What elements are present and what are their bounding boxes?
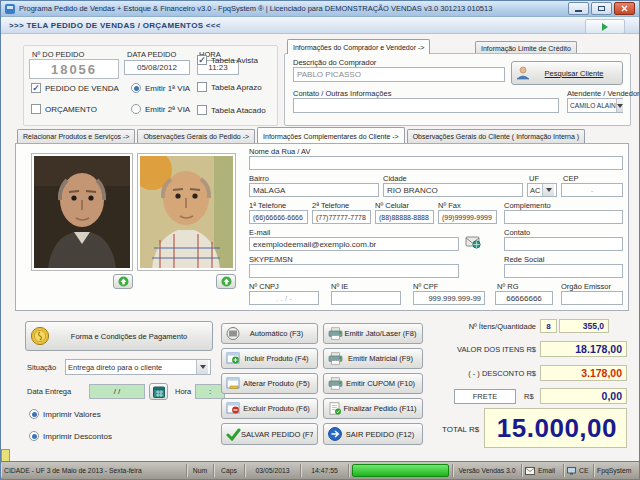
tabela-aprazo-checkbox[interactable]: Tabela Aprazo [197, 82, 262, 92]
status-date: 03/05/2013 [245, 464, 301, 477]
email-field[interactable]: exemplodeemail@exemplo.com.br [249, 237, 459, 251]
tab-relacionar-produtos[interactable]: Relacionar Produtos e Serviços -> [17, 129, 135, 143]
photo1-upload-button[interactable] [113, 274, 133, 289]
salvar-pedido-button[interactable]: SALVAR PEDIDO (F7) [221, 423, 318, 445]
photo2-upload-button[interactable] [216, 274, 236, 289]
rg-label: Nº RG [497, 282, 519, 291]
celular-field[interactable]: (88)88888-8888 [375, 210, 434, 224]
automatico-button[interactable]: Automático (F3) [221, 323, 318, 344]
person-icon [516, 66, 530, 80]
add-product-icon [226, 352, 240, 365]
pesquisar-cliente-button[interactable]: Pesquisar Cliente [511, 61, 623, 85]
bairro-label: Bairro [249, 174, 269, 183]
green-up-arrow-icon [221, 276, 232, 287]
rua-field[interactable] [249, 156, 623, 170]
app-icon [5, 4, 15, 14]
emitir-matricial-button[interactable]: Emitir Matricial (F9) [323, 348, 423, 369]
email-label: E-mail [249, 228, 270, 237]
forma-pagamento-button[interactable]: Forma e Condições de Pagamento [25, 321, 213, 351]
order-date-field[interactable]: 05/08/2012 [124, 60, 190, 75]
send-email-button[interactable] [465, 235, 481, 249]
client-tabstrip: Relacionar Produtos e Serviços -> Observ… [17, 127, 629, 143]
chevron-down-icon [542, 184, 554, 196]
title-bar: Programa Pedido de Vendas + Estoque & Fi… [1, 1, 639, 17]
complemento-label: Complemento [504, 201, 551, 210]
incluir-produto-button[interactable]: Incluir Produto (F4) [221, 348, 318, 369]
contato-field[interactable] [504, 237, 623, 251]
cpf-field[interactable]: 999.999.999-99 [413, 291, 485, 305]
sair-pedido-button[interactable]: SAIR PEDIDO (F12) [323, 423, 423, 445]
client-photo-1 [31, 153, 133, 271]
status-progress [349, 464, 453, 477]
calendar-icon [153, 386, 165, 398]
fax-field[interactable]: (99)99999-9999 [438, 210, 497, 224]
itens-count-field: 8 [540, 319, 557, 333]
imprimir-valores-radio[interactable]: Imprimir Valores [29, 409, 101, 419]
toolbar-action-button[interactable] [585, 19, 625, 34]
window-title: Programa Pedido de Vendas + Estoque & Fi… [19, 4, 566, 13]
cpf-label: Nº CPF [413, 282, 438, 291]
checkbox-check-icon: ✓ [31, 83, 41, 93]
tab-observacoes-cliente[interactable]: Observações Gerais do Cliente ( Informaç… [407, 129, 586, 143]
orgao-emissor-field[interactable] [561, 291, 623, 305]
hora-entrega-label: Hora [175, 387, 191, 396]
alterar-produto-button[interactable]: Alterar Produto (F5) [221, 373, 318, 394]
bairro-field[interactable]: MáLAGA [249, 183, 379, 197]
status-ce[interactable]: CE [564, 464, 594, 477]
tab-informacoes-complementares[interactable]: Informações Complementares do Cliente -> [257, 127, 405, 143]
excluir-produto-button[interactable]: Excluir Produto (F6) [221, 398, 318, 419]
emitir-2via-radio[interactable]: Emitir 2ª VIA [131, 104, 190, 114]
situacao-dropdown[interactable]: Entrega direto para o cliente [65, 359, 211, 375]
status-city-date: CIDADE - UF 3 de Maio de 2013 - Sexta-fe… [1, 464, 187, 477]
atendente-dropdown[interactable]: CAMILO ALAIN [567, 98, 623, 113]
orcamento-checkbox[interactable]: ORÇAMENTO [31, 104, 97, 114]
screen-heading: >>> TELA PEDIDO DE VENDAS / ORÇAMENTOS <… [9, 21, 221, 30]
orgao-emissor-label: Orgão Emissor [561, 282, 611, 291]
emitir-1via-radio[interactable]: Emitir 1ª VIA [131, 83, 190, 93]
coin-icon [30, 326, 50, 346]
imprimir-descontos-radio[interactable]: Imprimir Descontos [29, 431, 112, 441]
status-brand: FpqSystem [594, 464, 639, 477]
emitir-jato-laser-button[interactable]: Emitir Jato/Laser (F8) [323, 323, 423, 344]
tabela-avista-checkbox[interactable]: ✓ Tabela Avista [197, 55, 258, 65]
status-num-lock: Num [187, 464, 214, 477]
comprador-field[interactable]: PABLO PICASSO [293, 67, 505, 82]
order-number-field[interactable]: 18056 [29, 59, 119, 79]
rede-social-field[interactable] [504, 264, 623, 278]
cnpj-field[interactable]: . . / - [249, 291, 319, 305]
desconto-label: ( - ) DESCONTO R$ [431, 369, 536, 378]
finalizar-pedido-button[interactable]: Finalizar Pedido (F11) [323, 398, 423, 419]
minimize-button[interactable] [568, 2, 589, 15]
calendar-button[interactable] [149, 383, 168, 400]
tab-comprador-vendedor[interactable]: Informações do Comprador e Vendedor -> [287, 39, 430, 54]
ie-label: Nº IE [331, 282, 348, 291]
tel2-field[interactable]: (77)77777-7778 [312, 210, 371, 224]
contato-outras-field[interactable] [293, 98, 559, 113]
pedido-venda-checkbox[interactable]: ✓ PEDIDO DE VENDA [31, 83, 119, 93]
tab-observacoes-pedido[interactable]: Observações Gerais do Pedido -> [137, 129, 255, 143]
status-email[interactable]: Email [522, 464, 564, 477]
uf-label: UF [529, 174, 539, 183]
frete-button[interactable]: FRETE [454, 389, 516, 404]
maximize-button[interactable] [591, 2, 612, 15]
close-button[interactable] [614, 2, 635, 15]
emitir-cupom-button[interactable]: Emitir CUPOM (F10) [323, 373, 423, 394]
ie-field[interactable] [331, 291, 401, 305]
valor-itens-field: 18.178,00 [540, 341, 627, 357]
cidade-field[interactable]: RIO BRANCO [383, 183, 523, 197]
data-entrega-field[interactable]: / / [89, 384, 145, 399]
order-date-label: DATA PEDIDO [127, 50, 176, 59]
uf-dropdown[interactable]: AC [527, 183, 557, 197]
complemento-field[interactable] [504, 210, 623, 224]
green-check-icon [226, 428, 241, 441]
situacao-label: Situação [27, 363, 56, 372]
valor-itens-label: VALOR DOS ITENS R$ [431, 345, 536, 354]
edit-product-icon [226, 377, 240, 390]
tabela-atacado-checkbox[interactable]: Tabela Atacado [197, 105, 266, 115]
rg-field[interactable]: 66666666 [495, 291, 553, 305]
barcode-icon [226, 327, 240, 340]
status-bar: CIDADE - UF 3 de Maio de 2013 - Sexta-fe… [1, 461, 639, 479]
tel1-field[interactable]: (66)66666-6666 [249, 210, 308, 224]
cep-field[interactable]: - [561, 183, 623, 197]
skype-field[interactable] [249, 264, 459, 278]
